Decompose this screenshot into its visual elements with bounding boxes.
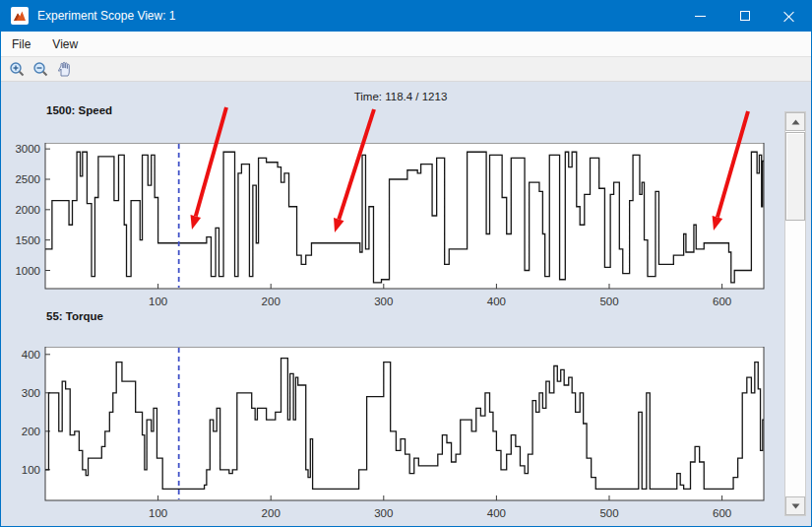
zoom-in-button[interactable] [6, 59, 28, 80]
svg-text:3000: 3000 [15, 143, 40, 155]
maximize-icon [740, 11, 750, 21]
close-icon [783, 11, 794, 22]
svg-text:100: 100 [22, 464, 40, 476]
svg-text:600: 600 [713, 507, 731, 519]
svg-text:1000: 1000 [15, 265, 40, 277]
svg-text:400: 400 [487, 296, 506, 307]
svg-text:200: 200 [22, 426, 40, 437]
experiment-scope-window: Experiment Scope View: 1 File View [0, 0, 812, 527]
svg-text:300: 300 [374, 296, 393, 307]
scroll-down-icon [791, 503, 800, 509]
title-bar: Experiment Scope View: 1 [1, 0, 811, 32]
svg-text:100: 100 [149, 507, 167, 519]
zoom-out-button[interactable] [30, 59, 51, 80]
svg-text:2000: 2000 [15, 204, 40, 216]
svg-text:200: 200 [262, 296, 281, 307]
scrollbar-thumb[interactable] [785, 132, 805, 221]
maximize-button[interactable] [722, 0, 767, 32]
close-button[interactable] [767, 0, 811, 32]
scroll-up-icon [791, 119, 800, 125]
matlab-app-icon [11, 7, 29, 25]
zoom-in-icon [9, 61, 26, 78]
svg-text:2500: 2500 [15, 173, 40, 185]
minimize-icon [695, 16, 706, 17]
time-readout: Time: 118.4 / 1213 [296, 91, 505, 102]
svg-text:500: 500 [599, 296, 618, 307]
svg-text:600: 600 [713, 296, 731, 307]
scrollbar-down-button[interactable] [785, 496, 805, 515]
svg-text:200: 200 [262, 507, 281, 519]
svg-text:1500: 1500 [15, 234, 40, 246]
svg-text:400: 400 [22, 349, 40, 361]
pan-hand-icon [56, 61, 73, 78]
menu-bar: File View [1, 32, 811, 57]
svg-text:300: 300 [374, 507, 393, 519]
window-title: Experiment Scope View: 1 [37, 9, 176, 23]
speed-plot-title: 1500: Speed [46, 104, 112, 116]
zoom-out-icon [32, 61, 49, 78]
menu-file[interactable]: File [1, 32, 41, 56]
svg-text:100: 100 [149, 296, 167, 307]
toolbar [1, 57, 811, 82]
svg-text:400: 400 [487, 507, 506, 519]
menu-view[interactable]: View [41, 32, 89, 56]
svg-text:500: 500 [599, 507, 618, 519]
pan-button[interactable] [53, 59, 75, 80]
scope-content: Time: 118.4 / 1213 1500: Speed 55: Torqu… [1, 82, 812, 527]
scrollbar-up-button[interactable] [785, 112, 805, 131]
svg-text:300: 300 [22, 387, 40, 399]
minimize-button[interactable] [678, 0, 722, 32]
vertical-scrollbar[interactable] [784, 111, 806, 516]
